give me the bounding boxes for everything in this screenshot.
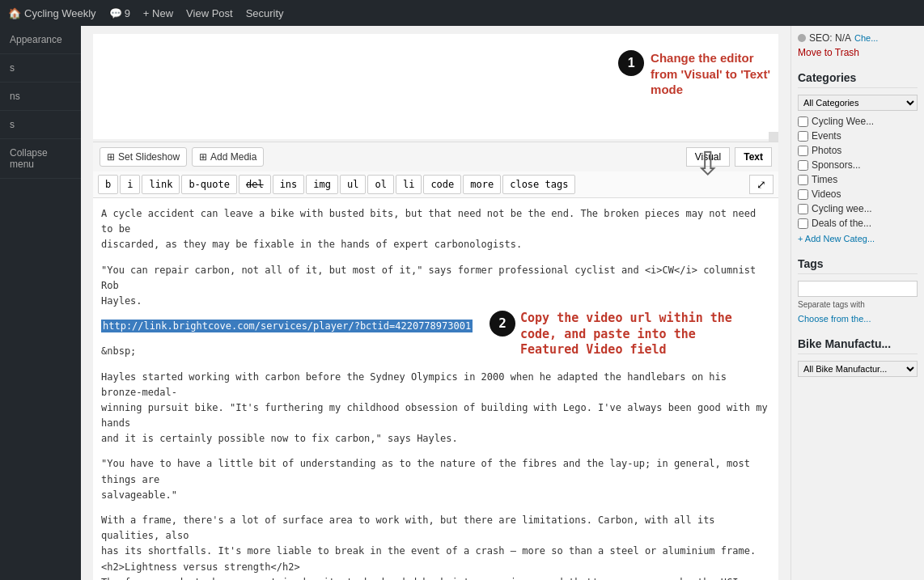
- cat-label: Events: [812, 130, 841, 142]
- comments-link[interactable]: 💬 9: [109, 7, 130, 19]
- fmt-bquote[interactable]: b-quote: [181, 175, 237, 194]
- visual-tab[interactable]: Visual: [686, 147, 730, 167]
- categories-title: Categories: [798, 71, 918, 88]
- fmt-code[interactable]: code: [423, 175, 461, 194]
- sidebar-collapse-menu[interactable]: Collapse menu: [0, 139, 81, 179]
- fmt-more[interactable]: more: [463, 175, 501, 194]
- slideshow-icon: ⊞: [107, 151, 115, 163]
- main-content: 1 Change the editor from 'Visual' to 'Te…: [81, 26, 790, 580]
- toolbar-row: ⊞ Set Slideshow ⊞ Add Media Visual Text: [93, 142, 778, 171]
- site-name-link[interactable]: 🏠 Cycling Weekly: [8, 7, 96, 19]
- fmt-ins[interactable]: ins: [273, 175, 305, 194]
- sidebar-item-label: ns: [10, 91, 20, 102]
- cat-checkbox-cycling-wee[interactable]: [798, 116, 808, 127]
- tags-hint-text: Separate tags with: [798, 300, 865, 309]
- cat-cycling-wee: Cycling Wee...: [798, 116, 918, 127]
- video-url[interactable]: http://link.brightcove.com/services/play…: [101, 320, 473, 332]
- editor-textarea-area: 1 Change the editor from 'Visual' to 'Te…: [93, 34, 778, 142]
- sidebar-item-appearance[interactable]: Appearance: [0, 26, 81, 54]
- seo-check-link[interactable]: Che...: [854, 33, 878, 43]
- callout-2-badge: 2: [490, 311, 515, 337]
- categories-select[interactable]: All Categories: [798, 95, 918, 111]
- cat-cycling-wee-2: Cycling wee...: [798, 203, 918, 214]
- text-tab[interactable]: Text: [735, 147, 772, 167]
- choose-from-link[interactable]: Choose from the...: [798, 314, 871, 324]
- security-link[interactable]: Security: [246, 7, 284, 19]
- cat-checkbox-videos[interactable]: [798, 189, 808, 200]
- bike-manufacturers-title: Bike Manufactu...: [798, 337, 918, 354]
- fmt-close-tags[interactable]: close tags: [502, 175, 575, 194]
- cat-label: Cycling wee...: [812, 203, 872, 214]
- content-para-4: "You have to have a little bit of unders…: [101, 456, 770, 503]
- content-para-url: http://link.brightcove.com/services/play…: [101, 319, 770, 334]
- seo-label: SEO: N/A: [809, 32, 851, 44]
- cat-checkbox-photos[interactable]: [798, 146, 808, 156]
- resize-handle[interactable]: [769, 132, 778, 142]
- sidebar-item-settings[interactable]: s: [0, 111, 81, 139]
- cat-checkbox-times[interactable]: [798, 175, 808, 185]
- fullscreen-button[interactable]: ⤢: [749, 175, 774, 194]
- bike-manufacturers-select[interactable]: All Bike Manufactur...: [798, 361, 918, 377]
- view-post-link[interactable]: View Post: [186, 7, 233, 19]
- content-para-2: "You can repair carbon, not all of it, b…: [101, 263, 770, 310]
- fmt-del[interactable]: del: [239, 175, 271, 194]
- fmt-ul[interactable]: ul: [340, 175, 366, 194]
- sidebar-item-ins[interactable]: ns: [0, 83, 81, 111]
- add-new-category-link[interactable]: + Add New Categ...: [798, 234, 875, 243]
- cat-checkbox-cycling-wee-2[interactable]: [798, 204, 808, 214]
- cat-checkbox-deals[interactable]: [798, 218, 808, 229]
- sidebar-item-posts[interactable]: s: [0, 54, 81, 83]
- tags-title: Tags: [798, 257, 918, 274]
- new-link[interactable]: + New: [143, 7, 173, 19]
- fmt-li[interactable]: li: [396, 175, 422, 194]
- format-bar: b i link b-quote del ins img ul ol li co…: [93, 171, 778, 198]
- toolbar-left: ⊞ Set Slideshow ⊞ Add Media: [100, 147, 264, 167]
- set-slideshow-button[interactable]: ⊞ Set Slideshow: [100, 147, 187, 167]
- home-icon: 🏠: [8, 7, 21, 19]
- tags-input[interactable]: [798, 281, 918, 297]
- media-icon: ⊞: [199, 151, 207, 163]
- set-slideshow-label: Set Slideshow: [118, 151, 180, 163]
- site-name-label: Cycling Weekly: [24, 7, 96, 19]
- tags-section: Tags Separate tags with Choose from the.…: [798, 257, 918, 324]
- editor-wrapper: 1 Change the editor from 'Visual' to 'Te…: [93, 34, 778, 580]
- content-para-1: A cycle accident can leave a bike with b…: [101, 206, 770, 253]
- bike-manufacturers-section: Bike Manufactu... All Bike Manufactur...: [798, 337, 918, 377]
- fmt-link[interactable]: link: [142, 175, 180, 194]
- content-area[interactable]: A cycle accident can leave a bike with b…: [93, 198, 778, 580]
- sidebar-item-label: Collapse menu: [10, 147, 48, 170]
- content-para-nbsp: &nbsp;: [101, 344, 770, 359]
- cat-label: Videos: [812, 188, 841, 200]
- sidebar: Appearance s ns s Collapse menu: [0, 26, 81, 580]
- cat-videos: Videos: [798, 188, 918, 200]
- seo-section: SEO: N/A Che... Move to Trash: [798, 32, 918, 58]
- cat-checkbox-events[interactable]: [798, 131, 808, 142]
- fmt-b[interactable]: b: [98, 175, 118, 194]
- toolbar-right: Visual Text: [686, 147, 772, 167]
- right-sidebar: SEO: N/A Che... Move to Trash Categories…: [790, 26, 924, 580]
- cat-label: Sponsors...: [812, 159, 861, 171]
- seo-row: SEO: N/A Che...: [798, 32, 918, 44]
- cat-label: Cycling Wee...: [812, 116, 874, 127]
- fmt-ol[interactable]: ol: [367, 175, 393, 194]
- tags-hint: Separate tags with: [798, 300, 918, 309]
- cat-photos: Photos: [798, 145, 918, 156]
- fmt-img[interactable]: img: [306, 175, 338, 194]
- add-media-button[interactable]: ⊞ Add Media: [192, 147, 264, 167]
- sidebar-item-label: s: [10, 119, 15, 130]
- seo-dot: [798, 34, 806, 42]
- cat-sponsors: Sponsors...: [798, 159, 918, 171]
- add-media-label: Add Media: [210, 151, 256, 163]
- editor-textarea[interactable]: [93, 34, 778, 139]
- categories-section: Categories All Categories Cycling Wee...…: [798, 71, 918, 244]
- cat-deals: Deals of the...: [798, 218, 918, 229]
- content-para-3: Hayles started working with carbon befor…: [101, 370, 770, 447]
- move-to-trash-link[interactable]: Move to Trash: [798, 47, 918, 58]
- main-layout: Appearance s ns s Collapse menu 1 Chang: [0, 26, 924, 580]
- cat-checkbox-sponsors[interactable]: [798, 160, 808, 171]
- sidebar-item-label: s: [10, 62, 15, 74]
- fmt-i[interactable]: i: [120, 175, 140, 194]
- content-para-5: With a frame, there's a lot of surface a…: [101, 513, 770, 580]
- sidebar-item-label: Appearance: [10, 34, 62, 45]
- cat-events: Events: [798, 130, 918, 142]
